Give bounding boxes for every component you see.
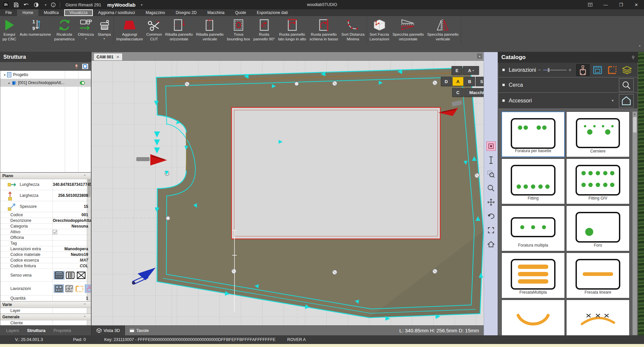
region-dashed-icon[interactable] [75,284,84,293]
chevron-down-icon[interactable]: ▾ [612,98,614,103]
pin-icon[interactable]: ⚲ [632,55,635,60]
catalog-item-fresata-lineare[interactable]: Fresata lineare [566,253,630,298]
book-icon[interactable] [82,63,89,69]
catalog-item-cerniere[interactable]: Cerniere [566,111,630,157]
chevron-up-icon[interactable]: ⌃ [84,315,86,319]
chevron-up-icon[interactable]: ⌃ [84,303,86,307]
chevron-down-icon[interactable]: ▾ [473,69,474,72]
ribbon-button-ruota-pannello-90-[interactable]: 90°Ruotapannello 90° [252,17,277,43]
zoom-window-icon[interactable] [486,169,496,179]
ribbon-collapse-icon[interactable]: ⌃ [638,45,641,49]
save-icon[interactable] [13,1,19,8]
ribbon-button-esegui-pp-cnc[interactable]: Eseguipp CNC [1,17,18,43]
panel-tab-layers[interactable]: Layers [3,327,22,334]
ribbon-button-ruota-pannello-lato-lungo-in-alto[interactable]: Ruota pannellolato lungo in alto [277,17,308,43]
viewport-button-s[interactable]: S [476,77,484,86]
viewport-button-e[interactable]: E [452,66,462,75]
expand-icon[interactable] [486,226,496,235]
layers-icon[interactable] [620,64,634,76]
menu-macchina[interactable]: Macchina [202,9,230,16]
ribbon-button-aggiungi-impiallacciature[interactable]: AggiungiImpiallacciature [115,17,145,43]
theme-caret-icon[interactable]: ▾ [45,3,46,7]
catalog-scrollbar[interactable]: ▲ [632,111,637,335]
tab-vista-3d[interactable]: Vista 3D [92,326,125,336]
section-header-varie[interactable]: Varie⌃ [0,301,91,308]
property-value[interactable]: 340.84781873417745 [53,182,91,187]
viewport-button-macchin[interactable]: Macchin [464,88,484,97]
ribbon-button-common-cut[interactable]: CommonCUT [145,17,164,43]
undo-icon[interactable] [23,1,29,8]
structure-tree[interactable]: ▾Progetto▸[001] OrecchiodoppioAtt... [0,71,91,172]
menu-home[interactable]: Home [17,9,38,16]
chevron-down-icon[interactable]: ▾ [104,37,105,40]
zoom-in-icon[interactable]: + [569,67,572,73]
grain-horizontal-icon[interactable] [54,271,64,280]
catalog-item-fitting-o-v[interactable]: Fitting O/V [566,158,630,204]
menu-magazzino[interactable]: Magazzino [140,9,170,16]
tab-close-icon[interactable]: ✕ [116,55,120,59]
grain-vertical-icon[interactable] [65,271,75,280]
section-cerca[interactable]: Cerca [498,77,638,93]
catalog-item-foratura-per-basette[interactable]: Foratura per basette [501,111,565,157]
viewport-button-b[interactable]: B [464,77,475,86]
viewport-button-a[interactable]: A [452,77,464,86]
property-value[interactable]: Neutro19 [53,252,91,257]
section-accessori[interactable]: Accessori ▾ [498,93,638,109]
viewport-button-d[interactable]: D [441,77,452,86]
home-icon[interactable] [486,240,496,249]
property-value[interactable]: Nessuna [53,224,91,229]
catalog-item-fitting[interactable]: Fitting [501,158,565,204]
catalog-item-fresata-arco[interactable]: Fresata Arco [501,300,565,335]
section-lavorazioni[interactable]: Lavorazioni − + [498,63,638,77]
restore-icon[interactable]: ❐ [613,0,629,9]
scrollbar-thumb[interactable] [633,117,637,132]
property-value[interactable]: Manodopera [53,247,91,251]
ribbon-button-ribalta-pannello-verticale[interactable]: Ribalta pannelloverticale [194,17,225,43]
property-value[interactable]: COL [53,264,91,268]
pin-icon[interactable] [74,64,79,69]
menu-visualizza[interactable]: Visualizza [64,9,93,16]
viewport-button-c[interactable]: C [452,88,464,97]
zoom-out-icon[interactable]: − [538,67,541,73]
chevron-down-icon[interactable]: ▾ [85,37,87,40]
layout-hatch-icon[interactable] [64,284,74,293]
panel-tab-struttura[interactable]: Struttura [24,327,49,334]
ribbon-button-trova-bounding-box[interactable]: Trovabounding box [225,17,252,43]
tree-row[interactable]: ▸[001] OrecchiodoppioAtt... [0,79,91,87]
property-value[interactable]: 15 [53,204,91,209]
info-icon[interactable]: i [50,1,56,8]
undo-icon[interactable] [486,212,496,221]
pan-icon[interactable] [486,198,496,207]
menu-file[interactable]: File [0,9,17,16]
layout-grid-icon[interactable] [54,284,63,293]
ribbon-button-ruota-pannello-schiena-in-basso[interactable]: Ruota pannelloschiena in basso [308,17,340,43]
viewport-button-a[interactable]: A▾ [463,66,479,75]
ribbon-button-sort-distanza-minima[interactable]: Sort DistanzaMinima [340,17,366,43]
menu-modifica[interactable]: Modifica [38,9,64,16]
section-header-piano[interactable]: Piano⌃ [0,172,91,179]
tab-cam001[interactable]: CAM 001 ✕ [94,53,123,60]
attivo-checkbox[interactable] [53,230,88,234]
menu-aggiorna-sostituisci[interactable]: Aggiorna / sostituisci [93,9,140,16]
ribbon-button-ribalta-pannello-orizzontale[interactable]: Ribalta pannelloorizzontale [164,17,194,43]
catalog-item-fresatamultipla[interactable]: FresataMultipla [501,253,565,298]
machine-icon[interactable] [591,64,604,76]
theme-toggle-icon[interactable] [33,1,39,8]
search-icon[interactable] [619,78,634,92]
select-icon[interactable] [486,141,496,151]
home-icon[interactable] [619,94,634,107]
ribbon-button-ottimizza[interactable]: Ottimizza▾ [76,17,96,43]
tree-row[interactable]: ▾Progetto [0,71,91,79]
property-value[interactable]: MAT [53,258,91,263]
property-value[interactable]: OrecchiodoppioAttacco... [53,218,91,223]
chevron-up-icon[interactable]: ⌃ [84,174,86,178]
grain-none-icon[interactable] [76,271,86,280]
property-value[interactable]: 1 [53,296,91,301]
property-value[interactable]: 256.5010023808 [53,193,91,198]
drill-pink-icon[interactable] [85,284,91,293]
panels-icon[interactable] [583,0,598,9]
close-icon[interactable]: ✕ [629,0,644,9]
ribbon-button-sort-faccia-lavorazioni[interactable]: Sort FacciaLavorazioni [368,17,391,43]
active-toggle[interactable] [80,81,85,85]
slider-knob[interactable] [548,68,549,72]
